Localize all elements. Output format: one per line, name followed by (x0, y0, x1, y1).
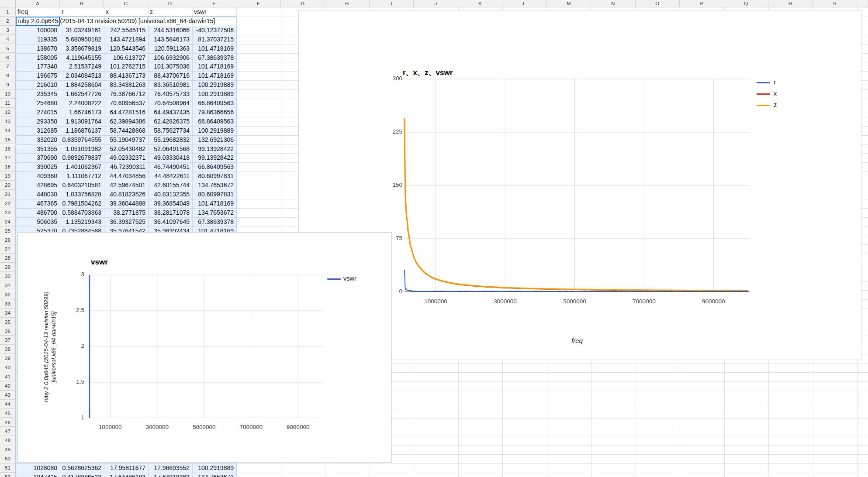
data-cell[interactable]: 49.03330418 (148, 153, 192, 162)
data-cell[interactable]: 17.64486183 (104, 473, 148, 477)
data-cell[interactable]: 1.135219343 (60, 217, 104, 226)
row-header-5[interactable]: 5 (0, 44, 16, 53)
row-header-48[interactable]: 48 (0, 436, 16, 445)
row-header-15[interactable]: 15 (0, 135, 16, 144)
row-header-41[interactable]: 41 (0, 372, 16, 381)
row-header-20[interactable]: 20 (0, 181, 16, 190)
data-cell[interactable]: 40.81823526 (104, 190, 148, 199)
data-cell[interactable]: 235345 (16, 89, 60, 99)
data-cell[interactable]: 17.64918363 (148, 473, 192, 477)
header-cell-vswr[interactable]: vswr (192, 7, 236, 17)
data-cell[interactable]: 67.38639378 (192, 53, 236, 62)
header-cell-r[interactable]: r (60, 7, 104, 17)
data-cell[interactable]: 254680 (16, 99, 60, 108)
data-cell[interactable]: 49.02332371 (104, 153, 148, 162)
row-header-33[interactable]: 33 (0, 299, 16, 309)
row-header-40[interactable]: 40 (0, 363, 16, 372)
data-cell[interactable]: 1.884258604 (60, 80, 104, 89)
data-cell[interactable]: 80.60997831 (192, 190, 236, 199)
data-cell[interactable]: 62.39894386 (104, 117, 148, 126)
data-cell[interactable]: 120.5911363 (148, 44, 192, 53)
row-header-4[interactable]: 4 (0, 35, 16, 44)
column-header-O[interactable]: O (636, 0, 680, 7)
data-cell[interactable]: 58.75627734 (148, 126, 192, 135)
column-header-E[interactable]: E (192, 0, 236, 7)
data-cell[interactable]: 44.48422611 (148, 172, 192, 181)
data-cell[interactable]: 2.034084513 (60, 71, 104, 80)
row-header-12[interactable]: 12 (0, 108, 16, 117)
data-cell[interactable]: 66.86409563 (192, 99, 236, 108)
column-header-S[interactable]: S (813, 0, 858, 7)
data-cell[interactable]: 3.358679819 (60, 44, 104, 53)
data-cell[interactable]: 274015 (16, 108, 60, 117)
data-cell[interactable]: 88.43706716 (148, 71, 192, 80)
row-header-38[interactable]: 38 (0, 345, 16, 354)
data-cell[interactable]: 1.662547726 (60, 89, 104, 99)
data-cell[interactable]: 99.13928422 (192, 144, 236, 154)
column-header-P[interactable]: P (680, 0, 724, 7)
data-cell[interactable]: 312685 (16, 126, 60, 135)
row-header-8[interactable]: 8 (0, 71, 16, 80)
data-cell[interactable]: 428695 (16, 181, 60, 190)
data-cell[interactable]: 100.2919889 (192, 89, 236, 99)
row-header-36[interactable]: 36 (0, 327, 16, 336)
row-header-2[interactable]: 2 (0, 17, 16, 26)
data-cell[interactable]: 332020 (16, 135, 60, 144)
data-cell[interactable]: 55.19682832 (148, 135, 192, 144)
data-cell[interactable]: 101.4718169 (192, 199, 236, 208)
header-cell-z[interactable]: z (148, 7, 192, 17)
row-header-23[interactable]: 23 (0, 208, 16, 217)
data-cell[interactable]: 101.3075036 (148, 62, 192, 71)
column-header-K[interactable]: K (458, 0, 503, 7)
row-header-18[interactable]: 18 (0, 162, 16, 172)
data-cell[interactable]: 52.05430482 (104, 144, 148, 154)
data-cell[interactable]: 351355 (16, 144, 60, 154)
data-cell[interactable]: 2.24008222 (60, 99, 104, 108)
data-cell[interactable]: 101.4718169 (192, 71, 236, 80)
data-cell[interactable]: 293350 (16, 117, 60, 126)
column-header-extra[interactable] (857, 0, 868, 7)
row-header-13[interactable]: 13 (0, 117, 16, 126)
data-cell[interactable]: 134.7653672 (192, 473, 236, 477)
row-header-24[interactable]: 24 (0, 217, 16, 226)
data-cell[interactable]: 88.41367173 (104, 71, 148, 80)
data-cell[interactable]: 5.680950182 (60, 35, 104, 44)
data-cell[interactable]: 17.96693552 (148, 463, 192, 473)
data-cell[interactable]: 1.051091982 (60, 144, 104, 154)
data-cell[interactable]: 138670 (16, 44, 60, 53)
data-cell[interactable]: 506035 (16, 217, 60, 226)
data-cell[interactable]: 38.2771875 (104, 208, 148, 217)
column-header-Q[interactable]: Q (724, 0, 769, 7)
data-cell[interactable]: 83.36510981 (148, 80, 192, 89)
data-cell[interactable]: 99.13928422 (192, 153, 236, 162)
row-header-26[interactable]: 26 (0, 236, 16, 245)
row-header-17[interactable]: 17 (0, 153, 16, 162)
data-cell[interactable]: 1.111067712 (60, 172, 104, 181)
data-cell[interactable]: 55.19049737 (104, 135, 148, 144)
data-cell[interactable]: 134.7653672 (192, 208, 236, 217)
data-cell[interactable]: -40.12377506 (192, 26, 236, 35)
data-cell[interactable]: 106.6932906 (148, 53, 192, 62)
column-header-C[interactable]: C (104, 0, 148, 7)
data-cell[interactable]: 31.03249161 (60, 26, 104, 35)
data-cell[interactable]: 101.4718169 (192, 44, 236, 53)
data-cell[interactable]: 244.5316066 (148, 26, 192, 35)
data-cell[interactable]: 0.6403210581 (60, 181, 104, 190)
data-cell[interactable]: 106.613727 (104, 53, 148, 62)
data-cell[interactable]: 44.47034856 (104, 172, 148, 181)
select-all-corner[interactable] (0, 0, 16, 7)
header-cell-freq[interactable]: freq (16, 7, 60, 17)
row-header-27[interactable]: 27 (0, 244, 16, 254)
data-cell[interactable]: 0.8359764555 (60, 135, 104, 144)
column-header-A[interactable]: A (16, 0, 60, 7)
row-header-49[interactable]: 49 (0, 445, 16, 454)
column-header-M[interactable]: M (547, 0, 591, 7)
data-cell[interactable]: 1.033756828 (60, 190, 104, 199)
data-cell[interactable]: 46.72390311 (104, 162, 148, 172)
data-cell[interactable]: 81.37037215 (192, 35, 236, 44)
data-cell[interactable]: 101.2762715 (104, 62, 148, 71)
data-cell[interactable]: 1.913091764 (60, 117, 104, 126)
row-header-46[interactable]: 46 (0, 418, 16, 427)
data-cell[interactable]: 42.60155744 (148, 181, 192, 190)
data-cell[interactable]: 0.9892679837 (60, 153, 104, 162)
